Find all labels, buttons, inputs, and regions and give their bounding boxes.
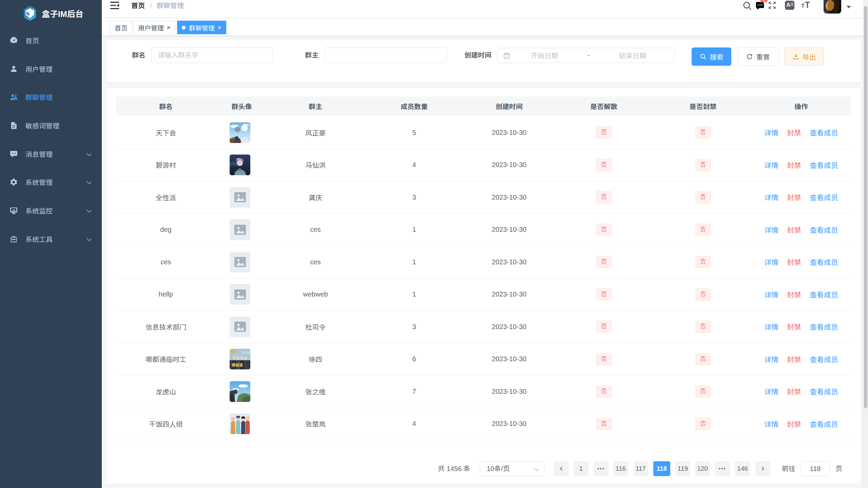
svg-text:(0_0): (0_0) — [243, 351, 250, 354]
svg-text:哪都通: 哪都通 — [232, 363, 243, 367]
